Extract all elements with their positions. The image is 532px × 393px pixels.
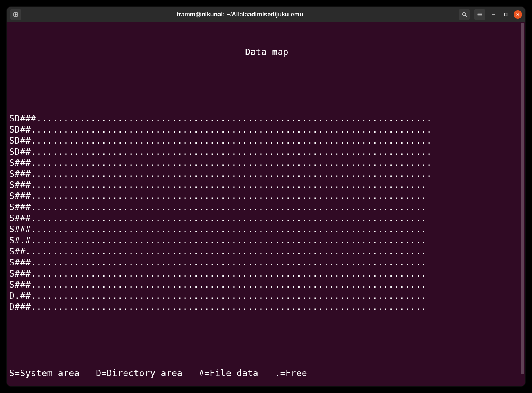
data-map-row: SD###...................................… [8, 113, 525, 124]
data-map-row: S###....................................… [8, 180, 525, 191]
titlebar-right [459, 9, 522, 20]
data-map-row: S###....................................… [8, 157, 525, 168]
data-map-row: D.##....................................… [8, 290, 525, 301]
hamburger-menu-button[interactable] [474, 9, 485, 20]
maximize-icon [504, 13, 508, 16]
data-map-row: S###....................................… [8, 202, 525, 213]
data-map-heading: Data map [8, 47, 525, 58]
data-map-row: S###....................................… [8, 257, 525, 268]
legend-line: S=System area D=Directory area #=File da… [8, 368, 525, 379]
titlebar: tramm@nikunai: ~/Allalaadimised/juku-emu [7, 7, 525, 22]
blank-line [8, 335, 525, 346]
terminal-window: tramm@nikunai: ~/Allalaadimised/juku-emu [7, 7, 525, 386]
minimize-button[interactable] [489, 10, 498, 19]
data-map-row: S###....................................… [8, 191, 525, 202]
blank-line [8, 80, 525, 91]
window-title: tramm@nikunai: ~/Allalaadimised/juku-emu [24, 11, 456, 18]
new-tab-button[interactable] [10, 9, 21, 20]
data-map-row: D###....................................… [8, 301, 525, 312]
data-map-row: S###....................................… [8, 268, 525, 279]
close-button[interactable] [514, 10, 522, 19]
data-map-row: S###....................................… [8, 213, 525, 224]
close-icon [516, 13, 520, 16]
data-map-row: S###....................................… [8, 279, 525, 290]
scrollbar[interactable] [521, 23, 524, 374]
data-map-row: S#.#....................................… [8, 235, 525, 246]
scrollbar-thumb[interactable] [521, 23, 524, 374]
data-map-row: S##.....................................… [8, 246, 525, 257]
data-map-row: SD##....................................… [8, 124, 525, 135]
search-button[interactable] [459, 9, 470, 20]
minimize-icon [492, 13, 495, 16]
terminal-body[interactable]: Data map SD###..........................… [7, 22, 525, 386]
search-icon [461, 11, 468, 18]
hamburger-icon [477, 11, 483, 18]
data-map-row: SD##....................................… [8, 146, 525, 157]
maximize-button[interactable] [501, 10, 510, 19]
terminal-content: Data map SD###..........................… [8, 24, 525, 386]
svg-rect-2 [505, 13, 507, 16]
data-map-row: SD##....................................… [8, 135, 525, 146]
titlebar-left [10, 9, 21, 20]
data-map-row: S###....................................… [8, 168, 525, 180]
data-map-grid: SD###...................................… [8, 113, 525, 312]
data-map-row: S###....................................… [8, 224, 525, 235]
new-tab-icon [13, 11, 19, 18]
